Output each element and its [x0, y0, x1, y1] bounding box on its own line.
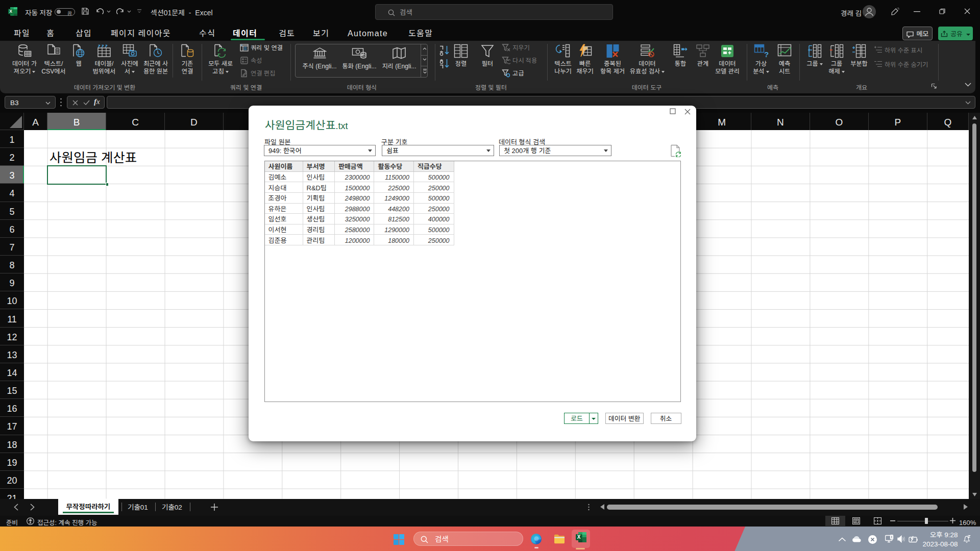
svg-text:X: X [9, 9, 12, 14]
svg-text:X: X [577, 534, 581, 540]
svg-text:?: ? [764, 50, 769, 59]
